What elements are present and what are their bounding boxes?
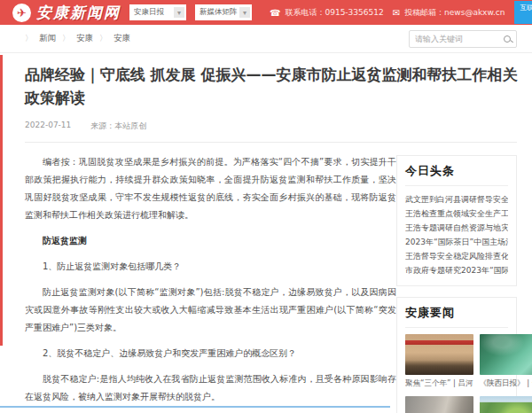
phone-icon: ☎ xyxy=(270,8,280,18)
news-caption: 聚焦“三个年” | 吕河 xyxy=(405,378,473,389)
news-thumbnail-street xyxy=(405,396,473,413)
article-date: 2022-07-11 xyxy=(25,121,71,132)
phone-label: 联系电话：0915-3356512 xyxy=(285,7,383,19)
news-card[interactable]: 文明有我·凡人善举 | xyxy=(405,396,473,413)
headline-link[interactable]: 王浩检查重点领域安全生产工作 xyxy=(405,206,508,221)
article-section-heading: 防返贫监测 xyxy=(25,232,396,250)
chevron-down-icon: ▾ xyxy=(239,7,250,18)
logo-emblem-icon: ✈ xyxy=(12,4,31,22)
breadcrumb-item-ankang2[interactable]: 安康 xyxy=(113,33,130,44)
search-icon[interactable] xyxy=(504,35,511,43)
headline-link[interactable]: 市政府专题研究2023年“国际茶日”中国主 xyxy=(405,263,508,277)
article-paragraph: 防止返贫监测对象(以下简称“监测对象”)包括:脱贫不稳定户，边缘易致贫户，以及因… xyxy=(25,284,396,337)
left-accent-strip xyxy=(0,55,3,346)
email-label: 投稿邮箱：news@akxw.cn xyxy=(404,7,505,19)
select-label: 新媒体矩阵 xyxy=(200,7,239,18)
select-ankang-daily[interactable]: 安康日报 ▾ xyxy=(129,4,186,20)
article-source: 来源：本站原创 xyxy=(90,121,146,132)
article-title: 品牌经验｜守底线 抓发展 促振兴——安康市防止返贫监测和帮扶工作相关政策解读 xyxy=(25,64,518,109)
news-card[interactable]: 《陕西日报》 | 一泓清 xyxy=(480,334,532,389)
top-header-bar: ✈ 安康新闻网 安康日报 ▾ 新媒体矩阵 ▾ ☎ 联系电话：0915-33565… xyxy=(0,0,532,25)
breadcrumb-item-ankang[interactable]: 安康 xyxy=(76,33,93,44)
footer-top-border xyxy=(0,406,390,408)
chevron-right-icon: 〉 xyxy=(25,33,33,44)
breadcrumb-item-news[interactable]: 新闻 xyxy=(39,33,56,44)
chevron-right-icon: 〉 xyxy=(99,33,107,44)
news-thumbnail-river xyxy=(480,334,532,375)
illegal-content-report-button[interactable]: 互联网违法和不良信息举报 0915-3288417 xyxy=(514,1,532,24)
todays-headlines-box: 今日头条 武文罡到白河县调研督导安全稳定等工作 王浩检查重点领域安全生产工作 王… xyxy=(396,155,517,286)
ankang-news-title: 安康要闻 xyxy=(405,305,508,328)
airplane-icon: ✈ xyxy=(17,7,27,19)
search-box[interactable] xyxy=(409,30,517,48)
article-paragraph: 编者按：巩固脱贫攻坚成果是乡村振兴的前提。为严格落实“四个不摘”要求，切实提升干… xyxy=(25,153,396,224)
article-question-1: 1、防止返贫监测对象包括哪几类？ xyxy=(25,258,396,276)
todays-headlines-title: 今日头条 xyxy=(405,163,508,186)
report-button-line2: 0915-3288417 xyxy=(520,12,532,21)
chevron-right-icon: 〉 xyxy=(62,33,70,44)
article-paragraph: 脱贫不稳定户:是指人均纯收入在我省防止返贫监测范围收入标准内，且受各种原因影响存… xyxy=(25,370,396,406)
report-button-line1: 互联网违法和不良信息举报 xyxy=(520,4,532,12)
news-grid: 聚焦“三个年” | 吕河 《陕西日报》 | 一泓清 文明有我·凡人善举 | xyxy=(405,334,508,413)
meta-divider xyxy=(25,142,517,143)
content-area: 品牌经验｜守底线 抓发展 促振兴——安康市防止返贫监测和帮扶工作相关政策解读 2… xyxy=(0,53,532,413)
select-label: 安康日报 xyxy=(134,7,174,18)
site-logo[interactable]: ✈ 安康新闻网 xyxy=(12,3,121,23)
sidebar: 今日头条 武文罡到白河县调研督导安全稳定等工作 王浩检查重点领域安全生产工作 王… xyxy=(396,144,517,413)
select-new-media-matrix[interactable]: 新媒体矩阵 ▾ xyxy=(195,4,252,20)
news-card[interactable]: “两山”理论的安康样 xyxy=(480,396,532,413)
headline-link[interactable]: 武文罡到白河县调研督导安全稳定等工作 xyxy=(405,192,508,206)
search-input[interactable] xyxy=(415,35,504,43)
ankang-news-box: 安康要闻 聚焦“三个年” | 吕河 《陕西日报》 | 一泓清 文明有我·凡 xyxy=(396,297,517,413)
breadcrumb: 〉 新闻 〉 安康 〉 安康 xyxy=(25,33,130,44)
news-thumbnail-meeting xyxy=(405,334,473,375)
article-body: 编者按：巩固脱贫攻坚成果是乡村振兴的前提。为严格落实“四个不摘”要求，切实提升干… xyxy=(25,144,396,413)
headline-link[interactable]: 王浩专题调研自然资源与地灾防治工作 xyxy=(405,221,508,235)
page: ✈ 安康新闻网 安康日报 ▾ 新媒体矩阵 ▾ ☎ 联系电话：0915-33565… xyxy=(0,0,532,413)
headline-link[interactable]: 2023年“国际茶日”中国主场活动将于5月 xyxy=(405,235,508,249)
chevron-down-icon: ▾ xyxy=(174,7,184,18)
contact-phone: ☎ 联系电话：0915-3356512 xyxy=(270,7,384,19)
mail-icon: ✉ xyxy=(393,8,400,18)
news-card[interactable]: 聚焦“三个年” | 吕河 xyxy=(405,334,473,389)
breadcrumb-bar: 〉 新闻 〉 安康 〉 安康 xyxy=(0,25,532,53)
article-meta: 2022-07-11 来源：本站原创 xyxy=(25,121,517,132)
article-question-2: 2、脱贫不稳定户、边缘易致贫户和突发严重困难户的概念区别？ xyxy=(25,345,396,362)
contact-email: ✉ 投稿邮箱：news@akxw.cn xyxy=(393,7,505,19)
headline-link[interactable]: 王浩督导安全稳定风险排查化解工作 xyxy=(405,249,508,263)
news-caption: 《陕西日报》 | 一泓清 xyxy=(480,378,532,389)
news-thumbnail-park xyxy=(480,396,532,413)
site-name: 安康新闻网 xyxy=(36,3,121,23)
